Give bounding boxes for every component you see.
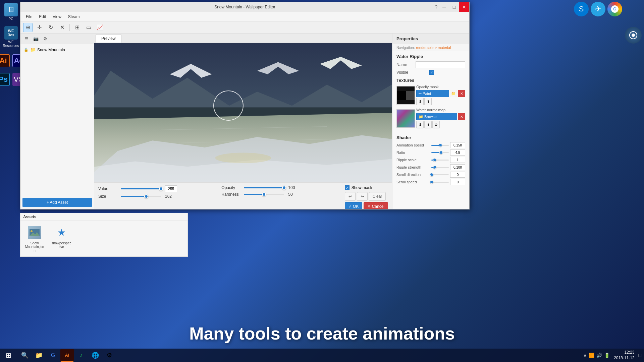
- clear-button[interactable]: Clear: [369, 192, 386, 201]
- taskbar-search[interactable]: 🔍: [18, 349, 32, 362]
- shader-thumb-0[interactable]: [439, 143, 442, 147]
- asset-item-1[interactable]: ★ snowperspective: [50, 224, 73, 254]
- opacity-mask-upload-btn[interactable]: ⬆: [424, 98, 432, 105]
- tool-graph[interactable]: 📈: [95, 23, 105, 32]
- help-icon[interactable]: ?: [435, 4, 437, 10]
- normalmap-download-btn[interactable]: ⬇: [416, 121, 424, 128]
- taskbar-spotify[interactable]: ♪: [74, 349, 88, 362]
- bottom-controls: Value 255 Size: [94, 182, 392, 209]
- cancel-button[interactable]: ✕ Cancel: [364, 202, 388, 209]
- shader-thumb-5[interactable]: [430, 180, 433, 184]
- water-ripple-title: Water Ripple: [392, 51, 469, 60]
- desktop-icon-ai[interactable]: Ai: [0, 53, 10, 69]
- shader-row-2: Ripple scale 1: [396, 157, 465, 163]
- steam-right-icon[interactable]: [625, 27, 642, 44]
- tool-close[interactable]: ✕: [57, 23, 67, 32]
- normalmap-upload-btn[interactable]: ⬆: [424, 121, 432, 128]
- water-normalmap-controls: Water normalmap 📁 Browse ✕ ⬇ ⬆ ⚙: [416, 108, 465, 129]
- tool-frame[interactable]: ▭: [84, 23, 93, 32]
- value-slider[interactable]: [121, 188, 161, 189]
- tool-move[interactable]: ⊕: [23, 23, 33, 32]
- skype-icon[interactable]: S: [574, 2, 589, 16]
- tool-refresh[interactable]: ↻: [46, 23, 55, 32]
- show-desktop-btn[interactable]: □: [639, 353, 641, 358]
- shader-slider-2[interactable]: [431, 160, 449, 161]
- shader-section: Shader Animation speed 0.150 Ratio: [392, 133, 469, 188]
- shader-slider-4[interactable]: [431, 174, 449, 175]
- taskbar-files[interactable]: 📁: [32, 349, 46, 362]
- opacity-mask-folder-btn[interactable]: 📁: [450, 90, 457, 97]
- right-desktop-icons: [622, 27, 644, 46]
- panel-tree: 🔒 📁 Snow Mountain: [20, 44, 94, 196]
- shader-slider-3[interactable]: [431, 167, 449, 168]
- ok-button[interactable]: ✓ OK: [345, 202, 363, 209]
- menu-steam[interactable]: Steam: [65, 13, 83, 20]
- list-view-btn[interactable]: ☰: [22, 35, 31, 43]
- taskbar-browser[interactable]: 🌐: [89, 349, 102, 362]
- hardness-slider[interactable]: [244, 194, 284, 195]
- chrome-icon[interactable]: G: [607, 2, 622, 16]
- browse-button[interactable]: 📁 Browse: [416, 113, 457, 120]
- opacity-mask-download-btn[interactable]: ⬇: [416, 98, 424, 105]
- name-input[interactable]: [416, 61, 465, 68]
- shader-thumb-3[interactable]: [433, 166, 436, 169]
- show-mask-checkbox[interactable]: ✓: [345, 185, 350, 190]
- size-slider[interactable]: [121, 196, 161, 197]
- value-slider-thumb[interactable]: [159, 187, 163, 191]
- tool-grid[interactable]: ⊞: [72, 23, 82, 32]
- shader-label-3: Ripple strength: [396, 165, 430, 169]
- assets-panel: Assets Snow Mountain.json ★ snowperspect…: [20, 213, 188, 257]
- normalmap-gear-btn[interactable]: ⚙: [432, 121, 440, 128]
- properties-header: Properties: [392, 34, 469, 44]
- opacity-slider-fill: [244, 187, 284, 188]
- shader-slider-0[interactable]: [431, 145, 449, 146]
- add-asset-button[interactable]: + Add Asset: [22, 198, 92, 207]
- shader-slider-1[interactable]: [431, 152, 449, 153]
- normalmap-delete-btn[interactable]: ✕: [458, 113, 465, 120]
- taskbar-settings[interactable]: ⚙: [103, 349, 116, 362]
- taskbar-ai[interactable]: Ai: [60, 349, 74, 362]
- settings-btn[interactable]: ⚙: [41, 35, 49, 43]
- shader-value-0: 0.150: [450, 142, 465, 148]
- tray-sound[interactable]: 🔊: [596, 353, 602, 358]
- opacity-mask-delete-btn[interactable]: ✕: [458, 90, 465, 97]
- close-button[interactable]: ✕: [459, 2, 469, 12]
- tray-network[interactable]: 📶: [589, 353, 594, 358]
- desktop-icon-ps[interactable]: Ps: [0, 72, 10, 88]
- opacity-row: Opacity 100: [221, 185, 338, 190]
- menu-file[interactable]: File: [23, 13, 35, 20]
- menu-edit[interactable]: Edit: [36, 13, 49, 20]
- opacity-slider-thumb[interactable]: [282, 186, 286, 190]
- paint-button[interactable]: ✏ Paint: [416, 90, 449, 97]
- maximize-button[interactable]: □: [449, 2, 459, 12]
- size-slider-thumb[interactable]: [144, 194, 148, 198]
- clock-date: 2018-11-12: [614, 355, 634, 361]
- desktop-icon-we[interactable]: WERes WEResources: [1, 25, 21, 49]
- visible-checkbox[interactable]: ✓: [429, 70, 434, 75]
- shader-thumb-1[interactable]: [439, 151, 443, 154]
- redo-button[interactable]: ↪: [357, 192, 368, 201]
- shader-slider-5[interactable]: [431, 182, 449, 183]
- ok-cancel-row: ✓ OK ✕ Cancel: [345, 202, 388, 209]
- asset-item-0[interactable]: Snow Mountain.json: [23, 224, 46, 254]
- desktop-icon-pc[interactable]: 🖥 PC: [1, 2, 21, 22]
- telegram-icon[interactable]: ✈: [591, 2, 605, 16]
- hardness-slider-thumb[interactable]: [262, 192, 266, 196]
- camera-btn[interactable]: 📷: [32, 35, 40, 43]
- title-bar: Snow Mountain - Wallpaper Editor ? ─ □ ✕: [20, 2, 469, 12]
- tool-transform[interactable]: ✛: [35, 23, 44, 32]
- shader-thumb-4[interactable]: [430, 173, 433, 176]
- ok-label: ✓ OK: [348, 204, 359, 209]
- tab-preview[interactable]: Preview: [96, 34, 121, 43]
- taskbar-chrome[interactable]: G: [46, 349, 60, 362]
- undo-button[interactable]: ↩: [345, 192, 356, 201]
- menu-view[interactable]: View: [50, 13, 64, 20]
- tray-arrow[interactable]: ∧: [583, 353, 587, 358]
- start-button[interactable]: ⊞: [0, 349, 17, 362]
- minimize-button[interactable]: ─: [439, 2, 449, 12]
- opacity-slider[interactable]: [244, 187, 284, 188]
- tray-battery[interactable]: 🔋: [604, 353, 610, 358]
- tree-item-snow-mountain[interactable]: 🔒 📁 Snow Mountain: [22, 46, 92, 53]
- shader-thumb-2[interactable]: [433, 158, 436, 162]
- preview-canvas[interactable]: [94, 43, 392, 182]
